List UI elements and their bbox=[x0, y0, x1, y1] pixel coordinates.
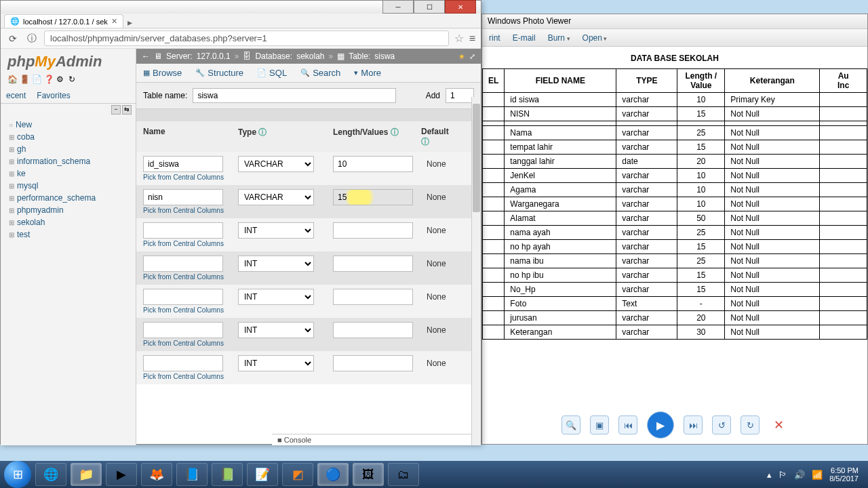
col-length-input[interactable] bbox=[333, 289, 413, 305]
chrome-menu-icon[interactable]: ≡ bbox=[469, 33, 475, 45]
start-button[interactable]: ⊞ bbox=[4, 461, 31, 488]
new-tab-button[interactable]: ▸ bbox=[127, 17, 132, 28]
task-notepad[interactable]: 📝 bbox=[247, 463, 278, 486]
col-default[interactable]: None bbox=[421, 359, 458, 368]
col-name-input[interactable] bbox=[143, 156, 223, 172]
reload-nav-icon[interactable]: ↻ bbox=[68, 75, 78, 84]
col-name-input[interactable] bbox=[143, 289, 223, 305]
pick-central-columns-link[interactable]: Pick from Central Columns bbox=[136, 340, 481, 351]
tab-search[interactable]: 🔍Search bbox=[294, 64, 347, 82]
col-type-select[interactable]: VARCHAR bbox=[238, 189, 314, 205]
db-node-test[interactable]: test bbox=[5, 228, 136, 241]
col-type-select[interactable]: INT bbox=[238, 289, 314, 305]
bc-database[interactable]: sekolah bbox=[296, 52, 324, 61]
console-bar[interactable]: Console bbox=[272, 434, 473, 445]
db-node-gh[interactable]: gh bbox=[5, 143, 136, 155]
db-node-information_schema[interactable]: information_schema bbox=[5, 155, 136, 167]
zoom-icon[interactable]: 🔍 bbox=[561, 415, 580, 434]
url-input[interactable] bbox=[44, 30, 449, 46]
db-node-performance_schema[interactable]: performance_schema bbox=[5, 192, 136, 204]
docs-icon[interactable]: ❓ bbox=[44, 75, 54, 84]
nav-back-icon[interactable]: ← bbox=[142, 52, 150, 61]
rotate-cw-icon[interactable]: ↻ bbox=[741, 415, 760, 434]
fullscreen-icon[interactable]: ⤢ bbox=[469, 52, 475, 61]
task-xampp[interactable]: ◩ bbox=[282, 463, 313, 486]
recent-tab[interactable]: ecent bbox=[1, 88, 31, 103]
col-default[interactable]: None bbox=[421, 192, 458, 202]
bc-table[interactable]: siswa bbox=[374, 52, 395, 61]
pma-logo[interactable]: phpMyAdmin bbox=[1, 49, 136, 75]
col-name-input[interactable] bbox=[143, 189, 223, 205]
reload-button[interactable]: ⟳ bbox=[6, 33, 20, 44]
pick-central-columns-link[interactable]: Pick from Central Columns bbox=[136, 273, 481, 285]
col-type-select[interactable]: VARCHAR bbox=[238, 156, 314, 172]
tab-close-icon[interactable]: ✕ bbox=[111, 17, 117, 26]
task-photoviewer[interactable]: 🖼 bbox=[353, 463, 384, 486]
task-explorer[interactable]: 📁 bbox=[71, 463, 102, 486]
tray-up-icon[interactable]: ▴ bbox=[767, 470, 772, 480]
tray-volume-icon[interactable]: 📶 bbox=[812, 470, 823, 480]
bc-server[interactable]: 127.0.0.1 bbox=[197, 52, 231, 61]
col-name-input[interactable] bbox=[143, 322, 223, 338]
pv-menu-print[interactable]: rint bbox=[489, 33, 500, 43]
table-name-input[interactable] bbox=[193, 88, 396, 103]
task-media[interactable]: ▶ bbox=[106, 463, 137, 486]
tray-flag-icon[interactable]: 🏳 bbox=[778, 470, 787, 480]
fit-icon[interactable]: ▣ bbox=[590, 415, 609, 434]
db-node-coba[interactable]: coba bbox=[5, 131, 136, 143]
vertical-scrollbar[interactable] bbox=[471, 97, 481, 445]
task-excel[interactable]: 📗 bbox=[212, 463, 243, 486]
pick-central-columns-link[interactable]: Pick from Central Columns bbox=[136, 240, 481, 251]
col-default[interactable]: None bbox=[421, 292, 458, 302]
col-length-input[interactable] bbox=[333, 322, 413, 338]
help-icon[interactable]: ⓘ bbox=[391, 127, 399, 137]
browser-tab[interactable]: 🌐 localhost / 127.0.0.1 / sek ✕ bbox=[4, 14, 123, 28]
sql-icon[interactable]: 📄 bbox=[32, 75, 41, 84]
task-chrome[interactable]: 🔵 bbox=[317, 463, 349, 486]
logout-icon[interactable]: 🚪 bbox=[20, 75, 29, 84]
tray-clock[interactable]: 6:50 PM 8/5/2017 bbox=[829, 466, 859, 483]
help-icon[interactable]: ⓘ bbox=[258, 127, 267, 137]
bookmark-star-icon[interactable]: ☆ bbox=[454, 32, 464, 45]
task-app[interactable]: 🗂 bbox=[388, 463, 419, 486]
home-icon[interactable]: 🏠 bbox=[7, 75, 17, 84]
col-length-input[interactable] bbox=[333, 156, 413, 172]
col-type-select[interactable]: INT bbox=[238, 256, 314, 272]
db-node-phpmyadmin[interactable]: phpmyadmin bbox=[5, 204, 136, 216]
col-name-input[interactable] bbox=[143, 222, 223, 239]
col-type-select[interactable]: INT bbox=[238, 322, 314, 338]
task-ie[interactable]: 🌐 bbox=[35, 463, 66, 486]
pv-menu-burn[interactable]: Burn bbox=[548, 33, 570, 43]
task-firefox[interactable]: 🦊 bbox=[141, 463, 172, 486]
tab-browse[interactable]: ▦Browse bbox=[136, 64, 189, 82]
col-length-input[interactable] bbox=[333, 355, 413, 371]
db-node-mysql[interactable]: mysql bbox=[5, 180, 136, 192]
tab-more[interactable]: ▾More bbox=[347, 64, 388, 82]
col-name-input[interactable] bbox=[143, 355, 223, 371]
settings-icon[interactable]: ⚙ bbox=[56, 75, 66, 84]
col-default[interactable]: None bbox=[421, 159, 458, 169]
db-node-ke[interactable]: ke bbox=[5, 167, 136, 180]
col-length-input[interactable] bbox=[333, 222, 413, 239]
window-maximize-button[interactable]: ☐ bbox=[414, 0, 445, 14]
col-default[interactable]: None bbox=[421, 226, 458, 235]
slideshow-button[interactable]: ▶ bbox=[647, 411, 674, 439]
tab-structure[interactable]: 🔧Structure bbox=[189, 64, 250, 82]
pick-central-columns-link[interactable]: Pick from Central Columns bbox=[136, 207, 481, 218]
delete-icon[interactable]: ✕ bbox=[769, 415, 788, 434]
window-minimize-button[interactable]: ─ bbox=[382, 0, 414, 14]
col-type-select[interactable]: INT bbox=[238, 222, 314, 239]
rotate-ccw-icon[interactable]: ↺ bbox=[712, 415, 731, 434]
pv-menu-email[interactable]: E-mail bbox=[513, 33, 536, 43]
tray-network-icon[interactable]: 🔊 bbox=[794, 470, 805, 480]
prev-icon[interactable]: ⏮ bbox=[618, 415, 637, 434]
favorites-tab[interactable]: Favorites bbox=[31, 88, 75, 103]
link-icon[interactable]: ⇆ bbox=[122, 105, 132, 115]
col-name-input[interactable] bbox=[143, 256, 223, 272]
bookmark-icon[interactable]: ★ bbox=[458, 52, 465, 61]
collapse-all-icon[interactable]: − bbox=[111, 105, 121, 115]
window-close-button[interactable]: ✕ bbox=[445, 0, 476, 14]
pick-central-columns-link[interactable]: Pick from Central Columns bbox=[136, 174, 481, 185]
col-length-input[interactable] bbox=[333, 256, 413, 272]
db-node-sekolah[interactable]: sekolah bbox=[5, 216, 136, 228]
